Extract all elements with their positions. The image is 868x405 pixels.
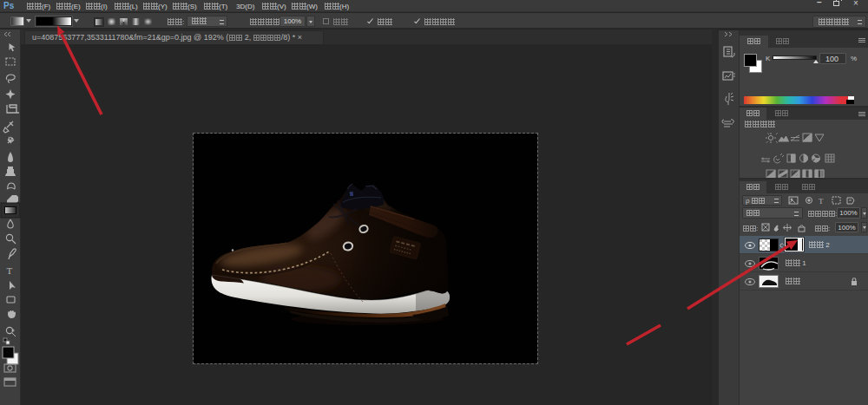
svg-text:T: T bbox=[819, 197, 824, 206]
svg-text:T: T bbox=[7, 265, 13, 276]
